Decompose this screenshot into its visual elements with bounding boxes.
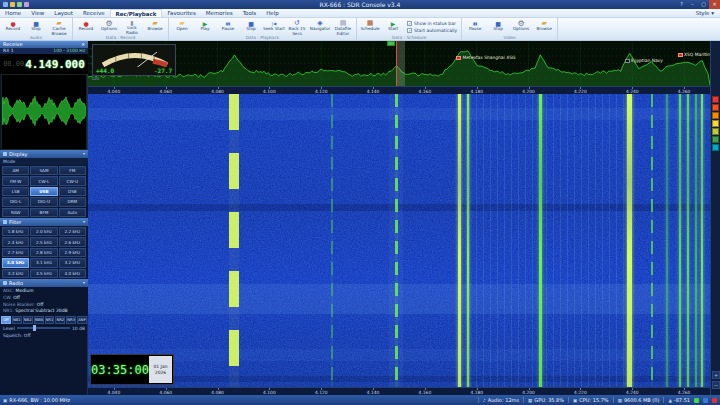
- ribbon-button-record[interactable]: ●Record: [2, 19, 24, 35]
- ribbon-button-back-15-secs[interactable]: ↺Back 15 Secs: [286, 19, 308, 35]
- help-button[interactable]: ?: [676, 0, 687, 9]
- mode-button-fm-w[interactable]: FM-W: [2, 176, 29, 185]
- spectrum-display[interactable]: -40-60-80-100-120Meteofax Shanghai XSGEg…: [88, 41, 710, 86]
- toggle-button-anf[interactable]: ANF: [77, 316, 87, 324]
- filter-button-2-7-khz[interactable]: 2.7 kHz: [2, 248, 29, 257]
- mode-button-cw-l[interactable]: CW-L: [30, 176, 57, 185]
- ribbon-button-play[interactable]: ▶Play: [194, 19, 216, 35]
- redo-icon[interactable]: [24, 2, 29, 7]
- mode-button-dig-l[interactable]: DIG-L: [2, 197, 29, 206]
- palette-color-button-3[interactable]: [712, 120, 719, 127]
- ribbon-button-options[interactable]: ⚙Options: [98, 19, 120, 35]
- ribbon-button-datafile-editor[interactable]: ▤Datafile Editor: [332, 19, 354, 35]
- undo-icon[interactable]: [17, 2, 22, 7]
- tab-rec-playback[interactable]: Rec/Playback: [110, 9, 163, 17]
- tab-favourites[interactable]: Favourites: [162, 9, 200, 17]
- mode-button-dsb[interactable]: DSB: [59, 187, 86, 196]
- ribbon-button-cache-browse[interactable]: ▰Cache Browse: [48, 19, 70, 35]
- toggle-button-nr2[interactable]: NR2: [55, 316, 65, 324]
- ribbon-button-pause[interactable]: ▮▮Pause: [217, 19, 239, 35]
- pane-close-icon[interactable]: ✕: [81, 41, 85, 48]
- ribbon-button-stop[interactable]: ■Stop: [25, 19, 47, 35]
- radio-section-header[interactable]: Radio ▾: [0, 279, 88, 287]
- ribbon-button-start[interactable]: ▶Start: [382, 19, 404, 35]
- filter-button-3-2-khz[interactable]: 3.2 kHz: [59, 258, 86, 267]
- tab-tools[interactable]: Tools: [238, 9, 262, 17]
- ribbon-button-browse[interactable]: ▰Browse: [533, 19, 555, 35]
- level-slider[interactable]: [17, 327, 70, 329]
- maximize-button[interactable]: ▢: [698, 0, 709, 9]
- waterfall-display[interactable]: [88, 94, 710, 387]
- toggle-button-nr3[interactable]: NR3: [66, 316, 76, 324]
- tuning-line[interactable]: [396, 41, 397, 86]
- mode-button-auto[interactable]: Auto: [59, 208, 86, 217]
- ribbon-button-browse[interactable]: ▰Browse: [144, 19, 166, 35]
- palette-color-button-4[interactable]: [712, 128, 719, 135]
- ribbon-button-options[interactable]: ⚙Options: [510, 19, 532, 35]
- ribbon-button-stop[interactable]: ■Stop: [487, 19, 509, 35]
- tab-memories[interactable]: Memories: [201, 9, 238, 17]
- toggle-button-nb2[interactable]: NB2: [23, 316, 33, 324]
- checkbox-show-in-status-bar[interactable]: ✓Show in status bar: [407, 21, 457, 26]
- style-button[interactable]: Style ▾: [690, 9, 720, 17]
- palette-color-button-6[interactable]: [712, 144, 719, 151]
- palette-color-button-0[interactable]: [712, 96, 719, 103]
- ribbon-button-stop[interactable]: ■Stop: [240, 19, 262, 35]
- ribbon-button-lock-radio[interactable]: ▮Lock Radio: [121, 19, 143, 35]
- palette-color-button-5[interactable]: [712, 136, 719, 143]
- tab-receive[interactable]: Receive: [78, 9, 110, 17]
- frequency-display[interactable]: 00.00 4.149.000: [0, 54, 88, 74]
- level-slider-thumb[interactable]: [33, 325, 36, 331]
- ribbon-button-record[interactable]: ●Record: [75, 19, 97, 35]
- save-icon[interactable]: [10, 2, 15, 7]
- zoom-out-button[interactable]: −: [712, 381, 720, 389]
- ribbon-button-seek-start[interactable]: |◀Seek Start: [263, 19, 285, 35]
- filter-button-3-1-khz[interactable]: 3.1 kHz: [30, 258, 57, 267]
- ribbon-button-pause[interactable]: ▮▮Pause: [464, 19, 486, 35]
- filter-button-3-5-khz[interactable]: 3.5 kHz: [30, 269, 57, 278]
- filter-button-3-3-khz[interactable]: 3.3 kHz: [2, 269, 29, 278]
- chevron-down-icon[interactable]: ▾: [83, 150, 85, 158]
- palette-color-button-2[interactable]: [712, 112, 719, 119]
- tab-view[interactable]: View: [26, 9, 49, 17]
- mode-button-bfm[interactable]: BFM: [30, 208, 57, 217]
- chevron-down-icon[interactable]: ▾: [83, 279, 85, 287]
- station-marker-flag[interactable]: [387, 41, 395, 46]
- mode-button-raw[interactable]: RAW: [2, 208, 29, 217]
- mode-button-sam[interactable]: SAM: [30, 166, 57, 175]
- filter-button-2-0-khz[interactable]: 2.0 kHz: [30, 227, 57, 236]
- filter-section-header[interactable]: Filter ▾: [0, 218, 88, 226]
- mode-button-drm[interactable]: DRM: [59, 197, 86, 206]
- receive-pane-header[interactable]: Receive ✕: [0, 41, 88, 48]
- filter-button-1-8-khz[interactable]: 1.8 kHz: [2, 227, 29, 236]
- mode-button-fm[interactable]: FM: [59, 166, 86, 175]
- palette-color-button-1[interactable]: [712, 104, 719, 111]
- mode-button-dig-u[interactable]: DIG-U: [30, 197, 57, 206]
- toggle-button-nbw[interactable]: NBW: [34, 316, 44, 324]
- ribbon-button-open[interactable]: ▰Open: [171, 19, 193, 35]
- toggle-button-off[interactable]: Off: [1, 316, 11, 324]
- filter-button-2-8-khz[interactable]: 2.8 kHz: [30, 248, 57, 257]
- tab-layout[interactable]: Layout: [49, 9, 78, 17]
- filter-button-2-2-khz[interactable]: 2.2 kHz: [59, 227, 86, 236]
- toggle-button-nr1[interactable]: NR1: [45, 316, 55, 324]
- minimize-button[interactable]: –: [687, 0, 698, 9]
- chevron-down-icon[interactable]: ▾: [83, 218, 85, 226]
- ribbon-button-navigator[interactable]: ◈Navigator: [309, 19, 331, 35]
- filter-button-2-4-khz[interactable]: 2.4 kHz: [2, 237, 29, 246]
- filter-button-2-5-khz[interactable]: 2.5 kHz: [30, 237, 57, 246]
- tab-home[interactable]: Home: [0, 9, 26, 17]
- filter-button-2-9-khz[interactable]: 2.9 kHz: [59, 248, 86, 257]
- checkbox-start-automatically[interactable]: ✓Start automatically: [407, 28, 457, 33]
- close-button[interactable]: ✕: [709, 0, 720, 9]
- mode-button-lsb[interactable]: LSB: [2, 187, 29, 196]
- filter-button-3-0-khz[interactable]: 3.0 kHz: [2, 258, 29, 267]
- ribbon-button-schedule[interactable]: ▦Schedule: [359, 19, 381, 35]
- filter-button-4-0-khz[interactable]: 4.0 kHz: [59, 269, 86, 278]
- frequency-axis-bottom[interactable]: 4.0404.0604.0804.1004.1204.1404.1604.180…: [88, 387, 710, 395]
- mode-button-cw-u[interactable]: CW-U: [59, 176, 86, 185]
- frequency-axis-top[interactable]: 4.0404.0604.0804.1004.1204.1404.1604.180…: [88, 86, 710, 94]
- mode-button-am[interactable]: AM: [2, 166, 29, 175]
- app-icon[interactable]: [3, 2, 8, 7]
- zoom-in-button[interactable]: +: [712, 371, 720, 379]
